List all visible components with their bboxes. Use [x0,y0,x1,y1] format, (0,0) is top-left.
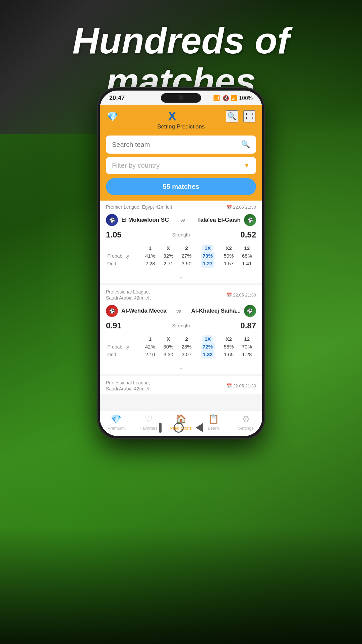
phone-gesture-bar [159,423,203,433]
search-input[interactable] [112,141,241,149]
away-team-logo: ⚽ [244,305,256,317]
away-team-name: Tala'ea El-Gaish [197,217,241,223]
search-button[interactable]: 🔍 [226,110,238,122]
away-team-logo: ⚽ [244,214,256,226]
away-team-name: Al-Khaleej Saiha... [191,308,241,314]
nav-label-favorites: Favorites [139,426,157,431]
match-card: Premier League, Egypt 42m left 📅 22.05 2… [100,201,262,283]
status-icons: 📶 🔇 📶 100% [213,95,253,101]
away-team: Tala'ea El-Gaish ⚽ [197,214,256,226]
filter-button[interactable]: ⛶ [243,110,255,122]
match-teams-row: ⚽ Al-Wehda Mecca vs Al-Khaleej Saiha... … [100,303,262,320]
strength-label: Strength [172,232,190,237]
battery-text: 🔇 📶 100% [223,95,253,101]
diamond-icon[interactable]: 💎 [107,111,118,122]
gesture-circle-icon [174,423,184,433]
strength-row: 1.05 Strength 0.52 [100,229,262,242]
gesture-bars-icon [159,423,162,433]
nav-label-premium: Premium [107,426,125,431]
app-logo: X [168,109,176,123]
chevron-down-icon: ▼ [243,162,250,169]
app-header: 💎 X 🔍 ⛶ Betting Predictions [100,105,262,136]
filter-label: Filter by country [112,162,160,169]
pred-headers-row: 1 X 2 1X X2 12 [106,335,256,343]
pred-odd-row: Odd 2.28 2.71 3.50 1.27 1.57 1.41 [106,260,256,267]
home-team-name: El Mokawloon SC [121,217,169,223]
predictions-table: 1 X 2 1X X2 12 Probability 41% 32% [100,242,262,270]
time-left: 42m left [134,295,151,301]
match-meta: Professional League,Saudi Arabia 42m lef… [100,285,262,303]
time-left: 42m left [134,386,151,391]
power-button [264,154,265,181]
vs-label: vs [181,217,186,223]
nav-item-settings[interactable]: ⚙ Settings [230,414,262,431]
home-team: ⚽ Al-Wehda Mecca [106,305,167,317]
home-team-name: Al-Wehda Mecca [121,308,167,314]
match-teams-row: ⚽ El Mokawloon SC vs Tala'ea El-Gaish ⚽ [100,212,262,229]
header-title: Betting Predictions [157,123,205,130]
nav-item-premium[interactable]: 💎 Premium [100,414,132,431]
search-icon[interactable]: 🔍 [241,140,250,149]
matches-count-button[interactable]: 55 matches [106,178,256,195]
stadium-crowd-overlay [0,527,362,644]
phone-screen: 20:47 📶 🔇 📶 100% 💎 X 🔍 ⛶ Betting Predict… [100,91,262,436]
home-strength: 0.91 [106,321,122,330]
header-top-row: 💎 X 🔍 ⛶ [107,109,255,123]
nav-label-learn: Learn [208,426,219,431]
gesture-back-icon [196,423,203,432]
league-name: Premier League, Egypt [106,204,154,210]
header-actions: 🔍 ⛶ [226,110,255,122]
status-bar: 20:47 📶 🔇 📶 100% [100,91,262,105]
pred-headers-row: 1 X 2 1X X2 12 [106,244,256,252]
away-strength: 0.52 [240,230,256,239]
signal-icon: 📶 [213,95,220,101]
nav-label-settings: Settings [238,426,254,431]
status-time: 20:47 [109,95,125,102]
expand-button[interactable]: ⌄ [100,270,262,283]
expand-button[interactable]: ⌄ [100,361,262,374]
time-left: 42m left [156,204,172,210]
phone-frame: 20:47 📶 🔇 📶 100% 💎 X 🔍 ⛶ Betting Predict… [97,87,265,439]
vs-label: vs [176,308,181,314]
away-team: Al-Khaleej Saiha... ⚽ [191,305,256,317]
match-meta: Professional League,Saudi Arabia 42m lef… [100,376,262,394]
home-team-logo: ⚽ [106,214,118,226]
home-team: ⚽ El Mokawloon SC [106,214,169,226]
match-datetime: 📅 22.05 21:30 [227,205,256,210]
match-card: Professional League,Saudi Arabia 42m lef… [100,285,262,374]
favorites-icon: ♡ [145,414,153,424]
search-input-wrapper[interactable]: 🔍 [106,136,256,154]
search-section: 🔍 Filter by country ▼ 55 matches [100,136,262,201]
match-card: Professional League,Saudi Arabia 42m lef… [100,376,262,394]
strength-label: Strength [172,323,190,328]
volume-button [97,161,98,188]
match-datetime: 📅 22.05 21:30 [227,383,256,388]
settings-icon: ⚙ [242,414,250,424]
premium-icon: 💎 [111,414,121,424]
match-meta: Premier League, Egypt 42m left 📅 22.05 2… [100,201,262,212]
filter-dropdown[interactable]: Filter by country ▼ [106,157,256,174]
home-team-logo: ⚽ [106,305,118,317]
strength-row: 0.91 Strength 0.87 [100,320,262,333]
pred-odd-row: Odd 2.10 3.30 3.07 1.32 1.65 1.28 [106,351,256,358]
home-strength: 1.05 [106,230,122,239]
learn-icon: 📋 [208,414,219,424]
pred-probability-row: Probability 41% 32% 27% 73% 59% 68% [106,252,256,260]
match-datetime: 📅 22.05 21:30 [227,292,256,298]
pred-probability-row: Probability 42% 30% 28% 72% 58% 70% [106,343,256,351]
away-strength: 0.87 [240,321,256,330]
predictions-table: 1 X 2 1X X2 12 Probability 42% 30% [100,333,262,361]
match-list: Premier League, Egypt 42m left 📅 22.05 2… [100,201,262,410]
